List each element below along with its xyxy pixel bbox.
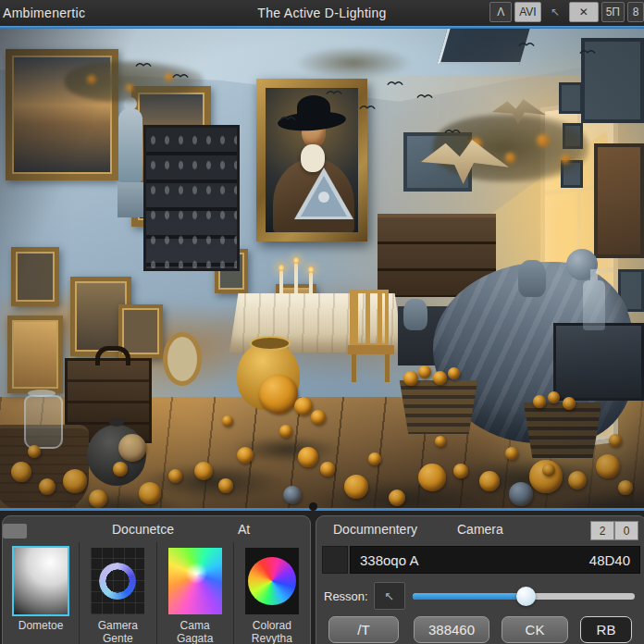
flying-bird-icon [359, 97, 376, 105]
grid-ring-thumb[interactable] [91, 548, 144, 614]
cursor-tool-icon[interactable]: ↖ [544, 2, 566, 22]
orange-fruit [194, 462, 213, 480]
avi-tool-icon[interactable]: AVI [514, 2, 540, 22]
tool-5-icon[interactable]: 5Π [601, 2, 625, 22]
panel-divider-dot [309, 502, 317, 511]
chair-seat [348, 345, 394, 354]
image-canvas[interactable] [0, 29, 644, 508]
action-buttons: /T 388460 CK RB [316, 616, 644, 644]
flying-bird-icon [444, 121, 461, 129]
orange-fruit [368, 452, 381, 465]
flying-bird-icon [416, 86, 433, 93]
small-painting [11, 247, 59, 306]
slider-handle[interactable] [516, 587, 536, 606]
chair-leg [385, 354, 390, 382]
flying-bird-icon [279, 108, 296, 116]
orange-fruit [320, 462, 335, 477]
orange-fruit [542, 464, 555, 477]
flying-bird-icon [518, 34, 535, 42]
preset-label: Cama [177, 619, 213, 632]
flying-bird-icon [387, 73, 403, 80]
orange-fruit [344, 475, 368, 499]
rb-button[interactable]: RB [580, 616, 632, 643]
wooden-chair [348, 290, 394, 382]
tab-docunetce[interactable]: Docunetce [112, 522, 174, 537]
value-field[interactable]: 338oqo A 48D40 [350, 546, 640, 574]
orange-fruit [448, 367, 460, 379]
orange-fruit [533, 395, 546, 408]
garland-berry [505, 153, 515, 163]
glass-bottle [583, 280, 605, 330]
tool-6-icon[interactable]: 8 [627, 2, 644, 22]
triangle-dot [318, 192, 329, 203]
rainbow-gradient-thumb[interactable] [168, 548, 222, 614]
field-side-cell[interactable] [322, 546, 348, 574]
orange-fruit [609, 434, 622, 447]
orange-fruit [28, 445, 41, 458]
header-button-0[interactable]: 0 [614, 521, 638, 540]
bust-statue [518, 260, 546, 297]
candle [294, 264, 298, 293]
flying-bird-icon [326, 82, 342, 90]
orange-fruit [418, 365, 431, 378]
preset-gamera[interactable]: GameraGente [80, 542, 156, 644]
sphere-object [118, 434, 146, 462]
orange-fruit [63, 469, 87, 493]
portrait-cravat [301, 144, 325, 172]
flying-bird-icon [579, 42, 596, 49]
orange-fruit [168, 469, 182, 483]
t-button[interactable]: /T [328, 616, 399, 643]
preset-dometoe[interactable]: Dometoe [3, 542, 80, 644]
lit-painting [7, 316, 63, 393]
color-wheel-thumb[interactable] [245, 548, 299, 614]
chair-back [350, 290, 389, 347]
flying-bird-icon [172, 66, 189, 73]
orange-basket [518, 402, 607, 458]
orange-fruit [89, 489, 107, 508]
preset-thumbnails: Dometoe GameraGente CamaGagata ColoradRe… [3, 542, 310, 644]
header-buttons: 2 0 [590, 521, 638, 540]
sphere-object [509, 482, 533, 506]
close-tool-icon[interactable]: ✕ [569, 2, 599, 22]
title-bar: Ambimenertic The Active D-Lighting Λ AVI… [0, 0, 644, 26]
orange-fruit [39, 478, 56, 495]
tab-camera[interactable]: Camera [457, 522, 503, 537]
right-wall-frame [559, 82, 583, 114]
cursor-icon-button[interactable]: ↖ [374, 582, 405, 610]
tab-at[interactable]: At [238, 522, 250, 537]
settings-panel-header: Documnentery Camera 2 0 [316, 516, 644, 542]
settings-panel: Documnentery Camera 2 0 338oqo A 48D40 R… [316, 515, 644, 644]
orange-fruit [11, 462, 31, 482]
ring-icon [99, 563, 136, 600]
preset-colorad[interactable]: ColoradRevytha [234, 542, 310, 644]
slider-label: Resson: [324, 589, 368, 603]
garland-berry [561, 155, 570, 164]
lambda-tool-icon[interactable]: Λ [489, 2, 512, 22]
chair-leg [352, 354, 356, 382]
orange-fruit [237, 447, 254, 464]
number-button[interactable]: 388460 [414, 616, 489, 643]
orange-fruit [298, 447, 318, 467]
tab-documnentery[interactable]: Documnentery [333, 522, 417, 537]
value-field-row: 338oqo A 48D40 [322, 546, 640, 574]
orange-basket [394, 380, 483, 434]
orange-fruit [259, 375, 298, 414]
grayscale-gradient-thumb[interactable] [14, 548, 68, 614]
curio-shelf [143, 125, 240, 271]
orange-fruit [435, 436, 446, 447]
ok-button[interactable]: CK [502, 616, 568, 643]
cursor-icon: ↖ [384, 589, 394, 603]
orange-fruit [139, 482, 161, 504]
orange-fruit [618, 480, 633, 495]
header-button-2[interactable]: 2 [590, 521, 614, 540]
candle [279, 271, 283, 293]
preset-cama[interactable]: CamaGagata [157, 542, 234, 644]
glass-jar [24, 395, 63, 449]
panel-tab-handle[interactable] [3, 524, 27, 539]
garland-berry [87, 75, 96, 84]
dark-chest [553, 323, 644, 401]
slider-track[interactable] [413, 593, 635, 600]
window-title: The Active D-Lighting [257, 6, 386, 20]
application-window: Ambimenertic The Active D-Lighting Λ AVI… [0, 0, 644, 644]
preset-sublabel: Gagata [177, 632, 213, 644]
